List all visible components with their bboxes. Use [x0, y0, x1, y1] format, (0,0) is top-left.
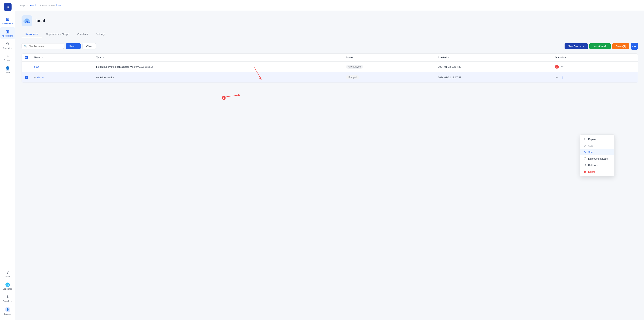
status-col-header: Status: [343, 54, 435, 62]
menu-item-rollback[interactable]: ↺ Rollback: [580, 162, 614, 168]
expand-icon-demo[interactable]: ▶: [34, 76, 36, 79]
start-icon: ⊙: [583, 150, 586, 154]
menu-item-delete[interactable]: 🗑 Delete: [580, 168, 614, 175]
menu-item-start[interactable]: ⊙ Start: [580, 149, 614, 156]
breadcrumb-sep: /: [40, 4, 41, 7]
applications-icon: ▣: [6, 29, 10, 34]
row-checkbox-demo[interactable]: [25, 76, 28, 79]
row-name-cell: draft: [31, 62, 93, 72]
tab-settings[interactable]: Settings: [92, 31, 110, 38]
step-1-badge: 1: [555, 65, 559, 69]
search-button[interactable]: Search: [66, 43, 80, 49]
sidebar-item-help[interactable]: ? Help: [0, 268, 15, 280]
svg-point-9: [222, 96, 226, 100]
row-created-cell: 2024-01-22 17:17:57: [435, 72, 552, 83]
row-checkbox-cell: [22, 72, 31, 83]
row-checkbox-cell: [22, 62, 31, 72]
row-type-cell: containerservice: [93, 72, 343, 83]
search-input[interactable]: [29, 45, 61, 48]
env-icon: [22, 16, 32, 26]
edit-icon-demo[interactable]: ✏: [555, 75, 559, 80]
account-icon: 👤: [5, 307, 10, 312]
resource-link-demo[interactable]: demo: [37, 76, 44, 79]
edit-icon-draft[interactable]: ✏: [560, 64, 564, 69]
resource-link-draft[interactable]: draft: [34, 66, 39, 68]
deploy-icon: ✈: [583, 138, 586, 140]
clear-button[interactable]: Clear: [82, 43, 96, 50]
menu-item-stop: ⊙ Stop: [580, 142, 614, 149]
env-selector[interactable]: local ▼: [56, 4, 64, 7]
select-all-checkbox[interactable]: [25, 56, 28, 59]
dashboard-icon: ⊞: [6, 17, 9, 22]
breadcrumb: Projects default ▼ / Environments local …: [20, 4, 64, 7]
language-icon: 🌐: [5, 282, 10, 287]
sidebar: ∞ ⊞ Dashboard ▣ Applications ⚙ Operation…: [0, 0, 16, 320]
row-ops-cell: 1 ✏ ⋮: [552, 62, 638, 72]
sidebar-item-system[interactable]: 🖥 System: [0, 52, 15, 63]
table-row: ▶ demo containerservice Stopped 2024-01-…: [22, 72, 638, 83]
import-yaml-button[interactable]: Import YAML: [589, 43, 611, 49]
project-selector[interactable]: default ▼: [29, 4, 39, 7]
select-all-header: [22, 54, 31, 62]
sidebar-item-dashboard[interactable]: ⊞ Dashboard: [0, 15, 15, 26]
menu-label-deploy: Deploy: [588, 138, 596, 140]
status-badge-draft: Undeployed: [346, 65, 363, 69]
row-created-cell: 2024-01-23 10:54:32: [435, 62, 552, 72]
row-checkbox-draft[interactable]: [25, 65, 28, 68]
name-sort-icon[interactable]: ⇅: [42, 56, 43, 59]
more-actions-button[interactable]: •••: [631, 43, 638, 50]
sidebar-item-language[interactable]: 🌐 Language: [0, 280, 15, 292]
projects-label: Projects: [20, 4, 28, 6]
toolbar-right: New Resource Import YAML Delete(1) •••: [564, 43, 638, 50]
header: Projects default ▼ / Environments local …: [16, 0, 644, 11]
svg-rect-6: [28, 22, 30, 23]
sidebar-item-account-label: Account: [4, 313, 12, 316]
menu-label-rollback: Rollback: [588, 164, 598, 167]
menu-item-deployment-logs[interactable]: 📋 Deployment Logs: [580, 156, 614, 162]
created-col-header: Created ⇅: [435, 54, 552, 62]
type-col-header: Type ⇅: [93, 54, 343, 62]
tab-dependency-graph[interactable]: Dependency Graph: [42, 31, 73, 38]
content-area: local Resources Dependency Graph Variabl…: [16, 11, 644, 320]
svg-text:2: 2: [223, 97, 224, 99]
name-col-header: Name ⇅: [31, 54, 93, 62]
op-icons-demo: ✏ ⋮: [555, 75, 634, 80]
logo[interactable]: ∞: [3, 2, 12, 12]
download-icon: ⬇: [6, 294, 9, 299]
more-icon-draft[interactable]: ⋮: [566, 64, 570, 69]
tab-variables[interactable]: Variables: [73, 31, 92, 38]
menu-label-stop: Stop: [588, 144, 594, 147]
system-icon: 🖥: [6, 54, 10, 58]
environments-label: Environments: [42, 4, 55, 6]
chevron-down-icon: ▼: [62, 4, 64, 6]
sidebar-bottom: ? Help 🌐 Language ⬇ Download 👤 Account: [0, 268, 15, 318]
created-sort-icon[interactable]: ⇅: [448, 56, 450, 59]
status-badge-demo: Stopped: [346, 76, 359, 79]
type-sort-icon[interactable]: ⇅: [103, 56, 104, 59]
svg-line-11: [225, 95, 240, 97]
sidebar-item-users[interactable]: 👤 Users: [0, 64, 15, 76]
sidebar-item-help-label: Help: [6, 276, 10, 278]
menu-label-logs: Deployment Logs: [588, 157, 608, 160]
tab-resources[interactable]: Resources: [22, 31, 42, 38]
sidebar-item-download[interactable]: ⬇ Download: [0, 293, 15, 304]
more-icon-demo[interactable]: ⋮: [560, 75, 565, 80]
sidebar-item-applications[interactable]: ▣ Applications: [0, 27, 15, 39]
delete-button[interactable]: Delete(1): [612, 43, 630, 49]
menu-item-deploy[interactable]: ✈ Deploy: [580, 136, 614, 142]
row-type-cell: builtin/kubernetes-containerservice@v0.2…: [93, 62, 343, 72]
delete-icon: 🗑: [583, 170, 586, 173]
sidebar-item-download-label: Download: [3, 300, 12, 302]
row-ops-cell: ✏ ⋮: [552, 72, 638, 83]
sidebar-item-system-label: System: [4, 59, 11, 61]
op-icons-draft: 1 ✏ ⋮: [555, 64, 634, 69]
users-icon: 👤: [5, 66, 10, 70]
search-input-wrap: 🔍: [22, 43, 64, 49]
resources-table: Name ⇅ Type ⇅ Status Created ⇅ Operation: [22, 54, 638, 83]
new-resource-button[interactable]: New Resource: [564, 43, 588, 49]
sidebar-item-operation[interactable]: ⚙ Operation: [0, 40, 15, 51]
env-header: local: [22, 16, 638, 26]
sidebar-item-account[interactable]: 👤 Account: [0, 305, 15, 317]
svg-text:∞: ∞: [6, 5, 9, 9]
sidebar-item-language-label: Language: [3, 288, 12, 290]
